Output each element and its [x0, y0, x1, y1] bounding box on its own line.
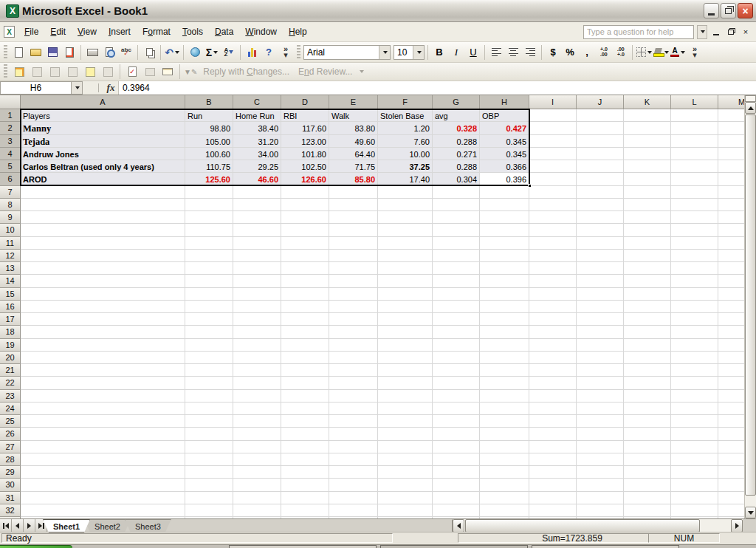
- cell-B19[interactable]: [185, 339, 233, 352]
- cell-L15[interactable]: [671, 288, 718, 301]
- cell-C15[interactable]: [233, 288, 281, 301]
- cell-I29[interactable]: [529, 466, 577, 479]
- cell-G32[interactable]: [433, 504, 480, 517]
- cell-D30[interactable]: [281, 479, 329, 491]
- cell-E10[interactable]: [329, 224, 378, 236]
- cell-G23[interactable]: [433, 390, 480, 403]
- cell-G5[interactable]: 0.288: [433, 160, 480, 173]
- cell-E11[interactable]: [329, 237, 378, 250]
- row-header-9[interactable]: 9: [0, 211, 21, 224]
- cell-K25[interactable]: [624, 415, 671, 428]
- cell-F1[interactable]: Stolen Base: [378, 109, 433, 122]
- cell-D16[interactable]: [281, 301, 329, 313]
- cell-E3[interactable]: 49.60: [329, 135, 378, 148]
- cell-B4[interactable]: 100.60: [185, 148, 233, 160]
- cell-A9[interactable]: [21, 211, 185, 224]
- cell-D23[interactable]: [281, 390, 329, 403]
- cell-C25[interactable]: [233, 415, 281, 428]
- cell-G15[interactable]: [433, 288, 480, 301]
- column-header-D[interactable]: D: [281, 95, 329, 109]
- file-search-button[interactable]: [61, 44, 78, 61]
- cell-B1[interactable]: Run: [185, 109, 233, 122]
- cell-K14[interactable]: [624, 275, 671, 287]
- save-button[interactable]: [44, 44, 61, 61]
- taskbar-button[interactable]: [532, 545, 679, 548]
- cell-C14[interactable]: [233, 275, 281, 287]
- cell-E15[interactable]: [329, 288, 378, 301]
- cell-G29[interactable]: [433, 466, 480, 479]
- show-all-comments-button[interactable]: [82, 64, 98, 80]
- cell-A12[interactable]: [21, 250, 185, 262]
- cell-H16[interactable]: [480, 301, 529, 313]
- cell-J27[interactable]: [577, 441, 624, 453]
- italic-button[interactable]: I: [448, 44, 464, 61]
- cell-I4[interactable]: [529, 148, 577, 160]
- cell-J9[interactable]: [577, 211, 624, 224]
- row-header-25[interactable]: 25: [0, 415, 21, 428]
- cell-E30[interactable]: [329, 479, 378, 491]
- cell-E20[interactable]: [329, 352, 378, 364]
- cell-I16[interactable]: [529, 301, 577, 313]
- column-header-B[interactable]: B: [185, 95, 233, 109]
- cell-I22[interactable]: [529, 377, 577, 389]
- cell-H28[interactable]: [480, 453, 529, 466]
- cell-D3[interactable]: 123.00: [281, 135, 329, 148]
- cell-H1[interactable]: OBP: [480, 109, 529, 122]
- toolbar-options-button[interactable]: »▾: [278, 44, 294, 61]
- row-header-27[interactable]: 27: [0, 441, 21, 453]
- cell-H27[interactable]: [480, 441, 529, 453]
- cell-B3[interactable]: 105.00: [185, 135, 233, 148]
- cell-D26[interactable]: [281, 428, 329, 440]
- restore-button[interactable]: [721, 3, 736, 18]
- cell-E7[interactable]: [329, 186, 378, 199]
- sheet-tab-sheet2[interactable]: Sheet2: [84, 519, 131, 532]
- cell-J11[interactable]: [577, 237, 624, 250]
- cell-J24[interactable]: [577, 403, 624, 415]
- row-header-20[interactable]: 20: [0, 352, 21, 364]
- cell-L10[interactable]: [671, 224, 718, 236]
- cell-I17[interactable]: [529, 313, 577, 326]
- row-header-11[interactable]: 11: [0, 237, 21, 250]
- open-button[interactable]: [27, 44, 44, 61]
- cell-G14[interactable]: [433, 275, 480, 287]
- cell-F26[interactable]: [378, 428, 433, 440]
- cell-I21[interactable]: [529, 364, 577, 377]
- column-header-A[interactable]: A: [21, 95, 185, 109]
- row-header-2[interactable]: 2: [0, 122, 21, 134]
- cell-A29[interactable]: [21, 466, 185, 479]
- row-header-15[interactable]: 15: [0, 288, 21, 301]
- cell-C17[interactable]: [233, 313, 281, 326]
- cell-J29[interactable]: [577, 466, 624, 479]
- previous-comment-button[interactable]: [47, 64, 63, 80]
- menu-help[interactable]: Help: [283, 24, 313, 40]
- cell-F9[interactable]: [378, 211, 433, 224]
- cell-F29[interactable]: [378, 466, 433, 479]
- cell-G21[interactable]: [433, 364, 480, 377]
- cell-C22[interactable]: [233, 377, 281, 389]
- cell-I20[interactable]: [529, 352, 577, 364]
- delete-comment-button[interactable]: [100, 64, 116, 80]
- cell-F7[interactable]: [378, 186, 433, 199]
- cell-G4[interactable]: 0.271: [433, 148, 480, 160]
- cell-H8[interactable]: [480, 199, 529, 211]
- cell-B7[interactable]: [185, 186, 233, 199]
- cell-B26[interactable]: [185, 428, 233, 440]
- cell-A16[interactable]: [21, 301, 185, 313]
- cell-I7[interactable]: [529, 186, 577, 199]
- row-header-17[interactable]: 17: [0, 313, 21, 326]
- cell-F19[interactable]: [378, 339, 433, 352]
- cell-K4[interactable]: [624, 148, 671, 160]
- cell-I1[interactable]: [529, 109, 577, 122]
- cell-C13[interactable]: [233, 262, 281, 275]
- cell-B11[interactable]: [185, 237, 233, 250]
- menu-insert[interactable]: Insert: [103, 24, 137, 40]
- align-left-button[interactable]: [488, 44, 504, 61]
- cell-J3[interactable]: [577, 135, 624, 148]
- cell-H10[interactable]: [480, 224, 529, 236]
- cell-H19[interactable]: [480, 339, 529, 352]
- cell-G25[interactable]: [433, 415, 480, 428]
- cell-D31[interactable]: [281, 492, 329, 504]
- cell-H13[interactable]: [480, 262, 529, 275]
- cell-D12[interactable]: [281, 250, 329, 262]
- cell-E24[interactable]: [329, 403, 378, 415]
